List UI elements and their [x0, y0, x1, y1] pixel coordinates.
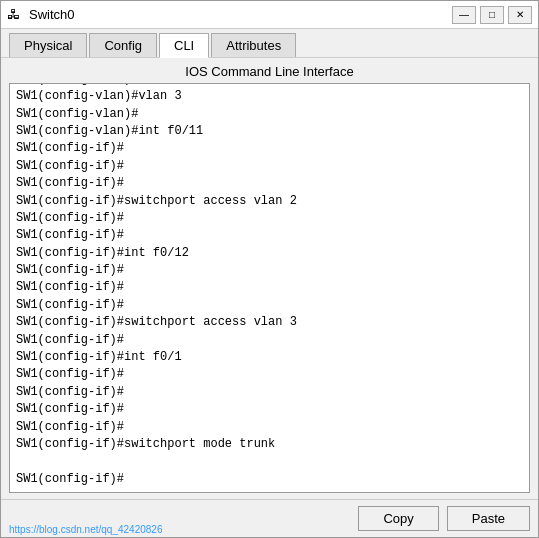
cli-section-title: IOS Command Line Interface	[9, 64, 530, 79]
tab-physical[interactable]: Physical	[9, 33, 87, 57]
bottom-bar: https://blog.csdn.net/qq_42420826 Copy P…	[1, 499, 538, 537]
terminal-wrapper: SW1(config)# SW1(config)#vlan 2 SW1(conf…	[9, 83, 530, 493]
watermark: https://blog.csdn.net/qq_42420826	[9, 524, 162, 535]
tab-cli[interactable]: CLI	[159, 33, 209, 58]
copy-button[interactable]: Copy	[358, 506, 438, 531]
title-bar-left: 🖧 Switch0	[7, 7, 75, 23]
window-title: Switch0	[29, 7, 75, 22]
tab-attributes[interactable]: Attributes	[211, 33, 296, 57]
paste-button[interactable]: Paste	[447, 506, 530, 531]
title-controls: — □ ✕	[452, 6, 532, 24]
close-button[interactable]: ✕	[508, 6, 532, 24]
main-content: IOS Command Line Interface SW1(config)# …	[1, 58, 538, 499]
tab-config[interactable]: Config	[89, 33, 157, 57]
terminal-output[interactable]: SW1(config)# SW1(config)#vlan 2 SW1(conf…	[10, 84, 529, 492]
maximize-button[interactable]: □	[480, 6, 504, 24]
title-bar: 🖧 Switch0 — □ ✕	[1, 1, 538, 29]
minimize-button[interactable]: —	[452, 6, 476, 24]
window-icon: 🖧	[7, 7, 23, 23]
tab-bar: Physical Config CLI Attributes	[1, 29, 538, 58]
main-window: 🖧 Switch0 — □ ✕ Physical Config CLI Attr…	[0, 0, 539, 538]
